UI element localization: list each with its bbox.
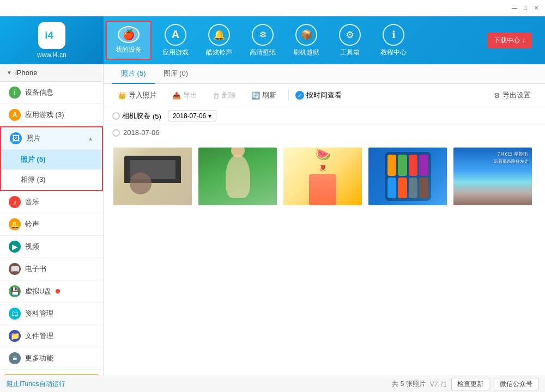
girl-figure: [309, 174, 336, 205]
sidebar-item-data-mgmt[interactable]: 🗂 资料管理: [0, 303, 103, 325]
sidebar-item-ringtones[interactable]: 🔔 铃声: [0, 213, 103, 236]
photo-4-bg: [368, 148, 447, 205]
sidebar-item-ebooks[interactable]: 📖 电子书: [0, 258, 103, 280]
photo-item-2[interactable]: [197, 146, 278, 206]
tab-photos[interactable]: 照片 (5): [112, 64, 155, 84]
version-label: V7.71: [430, 381, 447, 388]
summer-text: 夏: [320, 164, 326, 172]
content-area: 照片 (5) 图库 (0) 👑 导入照片 📤 导出 🗑 删除 🔄 刷新: [104, 64, 545, 376]
sidebar-item-albums-sub[interactable]: 相簿 (3): [1, 170, 102, 190]
ios-screen: [385, 152, 431, 201]
sidebar-device-header[interactable]: ▼ iPhone: [0, 64, 103, 82]
sidebar-item-videos[interactable]: ▶ 视频: [0, 236, 103, 258]
beach-subtitle: 沿着那条路往左走: [494, 159, 529, 164]
photos-icon: 🖼: [10, 132, 22, 144]
nav-wallpapers-icon: ❄: [252, 24, 274, 46]
app-icon-2: [398, 155, 407, 176]
delete-icon: 🗑: [213, 91, 220, 100]
sidebar-item-more[interactable]: ≡ 更多功能: [0, 347, 103, 370]
date-dropdown-icon: ▾: [208, 112, 211, 120]
nav-jailbreak-label: 刷机越狱: [293, 48, 319, 57]
sidebar-item-apps[interactable]: A 应用游戏 (3): [0, 104, 103, 126]
sidebar-item-virtual-udisk[interactable]: 💾 虚拟U盘: [0, 280, 103, 303]
status-bar: 阻止iTunes自动运行 共 5 张照片 V7.71 检查更新 微信公众号: [0, 376, 545, 392]
stop-itunes-label[interactable]: 阻止iTunes自动运行: [7, 379, 65, 389]
apps-icon: A: [9, 109, 21, 121]
maximize-button[interactable]: □: [521, 4, 530, 13]
photo-item-5[interactable]: 7月6日 星期五 沿着那条路往左走: [452, 146, 533, 206]
logo-icon: i4: [38, 22, 65, 49]
ebooks-icon: 📖: [9, 263, 21, 275]
sidebar-item-apps-label: 应用游戏 (3): [25, 110, 64, 120]
logo-subtitle: www.i4.cn: [37, 51, 66, 59]
camera-roll-radio[interactable]: 相机胶卷 (5): [112, 111, 161, 121]
sidebar-item-device-info-label: 设备信息: [25, 88, 53, 97]
delete-button[interactable]: 🗑 删除: [207, 88, 241, 102]
app-icon-3: [409, 155, 418, 176]
date-section-label: 2018-07-06: [123, 128, 160, 137]
nav-tutorials[interactable]: ℹ 教程中心: [372, 16, 415, 64]
svg-text:i4: i4: [45, 29, 53, 41]
logo-svg: i4: [43, 27, 60, 44]
nav-apps-label: 应用游戏: [162, 48, 189, 57]
sidebar-item-albums-sub-label: 相簿 (3): [21, 175, 46, 185]
photo-item-3[interactable]: 🍉 夏: [282, 146, 363, 206]
download-button[interactable]: 下载中心 ↓: [487, 33, 531, 48]
export-icon: 📤: [172, 91, 181, 100]
export-label: 导出: [183, 90, 197, 100]
sidebar-item-music-label: 音乐: [25, 197, 39, 207]
photo-1-bg: [113, 148, 192, 205]
refresh-icon: 🔄: [251, 91, 260, 100]
sidebar-item-device-info[interactable]: i 设备信息: [0, 82, 103, 104]
sidebar-item-file-mgmt[interactable]: 📁 文件管理: [0, 325, 103, 347]
sidebar-item-photos-label: 照片: [26, 133, 40, 143]
by-time-label: 按时间查看: [306, 90, 342, 100]
app-icon-8: [419, 177, 428, 199]
ringtones-icon: 🔔: [9, 218, 21, 230]
nav-wallpapers[interactable]: ❄ 高清壁纸: [241, 16, 284, 64]
delete-label: 删除: [222, 90, 236, 100]
export-button[interactable]: 📤 导出: [167, 88, 203, 102]
tab-gallery[interactable]: 图库 (0): [155, 64, 197, 84]
videos-icon: ▶: [9, 241, 21, 253]
date-section-radio-icon: [112, 129, 120, 137]
photo-2-bg: [198, 148, 277, 205]
nav-ringtones[interactable]: 🔔 酷炫铃声: [197, 16, 241, 64]
nav-tutorials-icon: ℹ: [383, 24, 404, 46]
close-button[interactable]: ✕: [532, 4, 541, 13]
photo-item-1[interactable]: [112, 146, 193, 206]
sidebar-item-photos-sub[interactable]: 照片 (5): [1, 150, 102, 170]
sidebar-item-videos-label: 视频: [25, 242, 39, 252]
sidebar-item-music[interactable]: ♪ 音乐: [0, 191, 103, 213]
logo-area: i4 www.i4.cn: [0, 16, 104, 64]
window-controls: — □ ✕: [510, 4, 541, 13]
wechat-button[interactable]: 微信公众号: [494, 378, 538, 390]
by-time-checkbox[interactable]: ✓ 按时间查看: [295, 90, 342, 100]
toolbar-right: ⚙ 导出设置: [488, 88, 536, 102]
date-select[interactable]: 2018-07-06 ▾: [168, 111, 216, 121]
more-icon: ≡: [9, 352, 21, 364]
filter-row: 相机胶卷 (5) 2018-07-06 ▾: [104, 107, 545, 125]
nav-my-device[interactable]: 🍎 我的设备: [106, 21, 152, 60]
sidebar-item-photos[interactable]: 🖼 照片 ▲: [1, 127, 102, 150]
camera-roll-label: 相机胶卷: [122, 111, 150, 121]
nav-my-device-label: 我的设备: [116, 45, 142, 54]
nav-tools[interactable]: ⚙ 工具箱: [328, 16, 372, 64]
photos-collapse-icon: ▲: [88, 136, 93, 142]
check-update-button[interactable]: 检查更新: [451, 378, 489, 390]
import-button[interactable]: 👑 导入照片: [112, 88, 162, 102]
sidebar-item-ebooks-label: 电子书: [25, 264, 46, 274]
settings-icon: ⚙: [494, 91, 500, 100]
export-settings-button[interactable]: ⚙ 导出设置: [488, 88, 536, 102]
refresh-button[interactable]: 🔄 刷新: [246, 88, 282, 102]
toolbar: 👑 导入照片 📤 导出 🗑 删除 🔄 刷新 ✓ 按时间查看: [104, 84, 545, 107]
sidebar-item-more-label: 更多功能: [25, 353, 53, 363]
nav-jailbreak[interactable]: 📦 刷机越狱: [284, 16, 328, 64]
header: i4 www.i4.cn 🍎 我的设备 A 应用游戏 🔔 酷炫铃声 ❄ 高清壁纸…: [0, 16, 545, 64]
sidebar-problem-link[interactable]: 频繁出现操作失败?: [4, 374, 99, 376]
minimize-button[interactable]: —: [510, 4, 519, 13]
nav-apps[interactable]: A 应用游戏: [154, 16, 197, 64]
photo-item-4[interactable]: [367, 146, 448, 206]
photo-5-bg: 7月6日 星期五 沿着那条路往左走: [453, 148, 532, 205]
content-tabs: 照片 (5) 图库 (0): [104, 64, 545, 84]
